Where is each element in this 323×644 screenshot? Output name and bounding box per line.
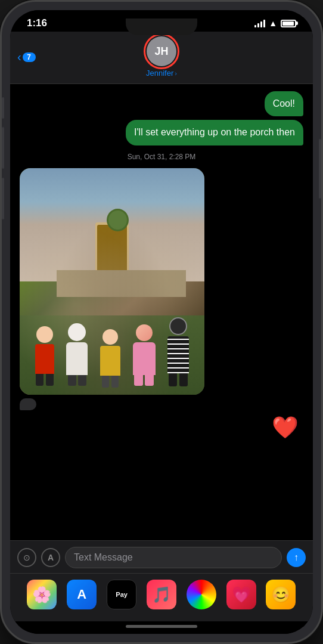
wifi-icon: ▲ — [269, 18, 277, 28]
send-button[interactable]: ↑ — [287, 548, 306, 567]
mute-button[interactable] — [2, 97, 4, 119]
avatar-ring — [144, 33, 179, 69]
message-row-porch: I'll set everything up on the porch then — [20, 120, 303, 145]
phone-frame: 1:16 ▲ ‹ 7 — [0, 0, 323, 644]
message-row-photo — [20, 168, 303, 395]
camera-button[interactable]: ⊙ — [17, 548, 36, 567]
figure-4 — [133, 324, 156, 395]
message-input[interactable]: Text Message — [65, 547, 282, 568]
input-area: ⊙ A Text Message ↑ — [10, 540, 313, 573]
photos-icon: 🌸 — [32, 586, 51, 604]
heart-reaction[interactable]: ❤️ — [272, 415, 299, 440]
message-row-cutie — [20, 398, 303, 410]
home-indicator — [10, 621, 313, 634]
back-button[interactable]: ‹ 7 — [17, 50, 36, 64]
dock-music-button[interactable]: 🎵 — [147, 580, 176, 609]
figure-1 — [35, 326, 54, 395]
back-chevron: ‹ — [17, 50, 21, 64]
apps-icon: A — [48, 553, 54, 562]
status-icons: ▲ — [254, 18, 296, 28]
nav-bar: ‹ 7 JH Jennifer › — [10, 32, 313, 84]
message-bubble-cool[interactable]: Cool! — [265, 91, 303, 116]
camera-icon: ⊙ — [23, 553, 30, 562]
notch — [126, 18, 197, 35]
contact-header[interactable]: JH Jennifer › — [146, 36, 177, 78]
signal-icon — [254, 20, 265, 27]
dock-memoji-button[interactable]: 😊 — [266, 580, 296, 609]
messages-area: Cool! I'll set everything up on the porc… — [10, 84, 313, 540]
dock-photos-button[interactable]: 🌸 — [27, 580, 57, 609]
figure-2 — [66, 323, 88, 395]
power-button[interactable] — [319, 139, 321, 199]
home-bar[interactable] — [126, 625, 197, 628]
message-bubble-cutie[interactable] — [20, 398, 36, 410]
dock-hearts-button[interactable]: 💗 — [226, 580, 256, 609]
dock-applepay-button[interactable]: Pay — [107, 580, 136, 609]
heart-reaction-row: ❤️ — [20, 415, 303, 440]
message-bubble-porch[interactable]: I'll set everything up on the porch then — [126, 120, 303, 145]
memoji-icon: 😊 — [271, 586, 290, 604]
photo-bubble[interactable] — [20, 168, 204, 395]
message-row-cool: Cool! — [20, 91, 303, 116]
volume-up-button[interactable] — [2, 127, 4, 169]
back-badge[interactable]: 7 — [23, 52, 36, 62]
input-row: ⊙ A Text Message ↑ — [17, 547, 306, 568]
photo-figures — [20, 236, 204, 395]
phone-screen: 1:16 ▲ ‹ 7 — [10, 10, 313, 634]
applepay-icon: Pay — [116, 591, 128, 598]
battery-icon — [281, 20, 296, 27]
halloween-photo — [20, 168, 204, 395]
volume-down-button[interactable] — [2, 178, 4, 219]
avatar-wrapper: JH — [147, 36, 176, 66]
dock-gamecontroller-button[interactable] — [187, 580, 216, 609]
music-icon: 🎵 — [152, 586, 171, 604]
input-placeholder: Text Message — [74, 552, 133, 563]
dock: 🌸 A Pay 🎵 💗 😊 — [10, 573, 313, 621]
figure-3 — [100, 329, 120, 395]
apps-button[interactable]: A — [41, 548, 60, 567]
timestamp: Sun, Oct 31, 2:28 PM — [20, 153, 303, 161]
dock-appstore-button[interactable]: A — [67, 580, 97, 609]
send-icon: ↑ — [294, 552, 299, 563]
status-time: 1:16 — [27, 17, 47, 29]
appstore-icon: A — [77, 587, 86, 602]
chevron-right-icon: › — [175, 70, 177, 77]
contact-name[interactable]: Jennifer › — [146, 69, 177, 78]
figure-5 — [167, 317, 189, 395]
hearts-icon: 💗 — [232, 586, 251, 604]
